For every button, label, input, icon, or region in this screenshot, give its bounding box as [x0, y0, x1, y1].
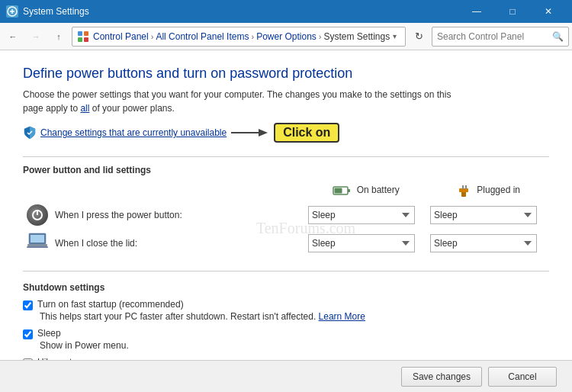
- power-button-section-label: Power button and lid settings: [23, 165, 549, 175]
- svg-marker-6: [259, 129, 268, 137]
- power-table: On battery Plugged in: [23, 185, 549, 257]
- shutdown-section-label: Shutdown settings: [23, 282, 549, 293]
- breadcrumb-current: System Settings: [324, 31, 390, 42]
- lid-label: When I close the lid:: [52, 229, 305, 257]
- svg-rect-20: [27, 246, 48, 248]
- svg-rect-4: [84, 37, 88, 42]
- svg-rect-13: [465, 185, 467, 189]
- fast-startup-row: Turn on fast startup (recommended) This …: [23, 299, 549, 322]
- svg-rect-3: [78, 37, 82, 42]
- lid-plugged-select[interactable]: Sleep Hibernate Shut down Turn off the d…: [430, 234, 537, 252]
- shutdown-divider: [23, 271, 549, 272]
- search-bar: 🔍: [432, 27, 569, 47]
- close-button[interactable]: ✕: [531, 0, 566, 23]
- page-description: Choose the power settings that you want …: [23, 88, 549, 115]
- addressbar: ← → ↑ Control Panel › All Control Panel …: [0, 23, 572, 50]
- power-button-battery-cell: Sleep Hibernate Shut down Turn off the d…: [305, 201, 427, 229]
- sleep-row: Sleep Show in Power menu.: [23, 328, 549, 351]
- control-panel-icon: [77, 31, 89, 43]
- lid-battery-cell: Sleep Hibernate Shut down Turn off the d…: [305, 229, 427, 257]
- page-title: Define power buttons and turn on passwor…: [23, 66, 549, 82]
- sleep-label[interactable]: Sleep: [23, 328, 549, 339]
- search-input[interactable]: [437, 31, 552, 42]
- fast-startup-label[interactable]: Turn on fast startup (recommended): [23, 299, 549, 310]
- back-button[interactable]: ←: [3, 27, 23, 47]
- fast-startup-checkbox[interactable]: [23, 300, 33, 310]
- lid-plugged-cell: Sleep Hibernate Shut down Turn off the d…: [427, 229, 549, 257]
- maximize-button[interactable]: □: [495, 0, 530, 23]
- titlebar: System Settings — □ ✕: [0, 0, 572, 23]
- lid-icon-cell: [23, 229, 52, 257]
- plugin-icon: [456, 185, 471, 197]
- svg-rect-16: [37, 210, 38, 215]
- refresh-button[interactable]: ↻: [409, 27, 429, 47]
- power-button-plugged-cell: Sleep Hibernate Shut down Turn off the d…: [427, 201, 549, 229]
- titlebar-title: System Settings: [23, 6, 459, 17]
- breadcrumb-control-panel[interactable]: Control Panel: [93, 31, 149, 42]
- svg-rect-8: [348, 189, 350, 192]
- bottom-bar: Save changes Cancel: [0, 360, 572, 392]
- breadcrumb-dropdown-icon[interactable]: ▾: [393, 32, 397, 40]
- sleep-sub: Show in Power menu.: [40, 340, 549, 351]
- svg-rect-2: [84, 31, 88, 36]
- breadcrumb-power-options[interactable]: Power Options: [256, 31, 317, 42]
- titlebar-controls: — □ ✕: [459, 0, 566, 23]
- table-row: When I close the lid: Sleep Hibernate Sh…: [23, 229, 549, 257]
- arrow-icon: [230, 125, 268, 140]
- change-settings-row: Change settings that are currently unava…: [23, 123, 549, 143]
- pluggedin-column-header: Plugged in: [427, 185, 549, 201]
- content-area: TenForums.com Define power buttons and t…: [0, 50, 572, 392]
- all-link[interactable]: all: [80, 103, 89, 114]
- svg-rect-18: [31, 235, 44, 243]
- battery-column-header: On battery: [305, 185, 427, 201]
- battery-icon: [333, 185, 351, 197]
- breadcrumb-all-items[interactable]: All Control Panel Items: [156, 31, 249, 42]
- power-button-icon: [27, 204, 48, 226]
- change-settings-link[interactable]: Change settings that are currently unava…: [40, 127, 227, 138]
- lid-icon: [26, 232, 49, 252]
- lid-battery-select[interactable]: Sleep Hibernate Shut down Turn off the d…: [308, 234, 415, 252]
- minimize-button[interactable]: —: [459, 0, 494, 23]
- learn-more-link[interactable]: Learn More: [319, 311, 365, 322]
- up-button[interactable]: ↑: [49, 27, 69, 47]
- cancel-button[interactable]: Cancel: [488, 367, 557, 387]
- click-on-badge: Click on: [274, 123, 339, 143]
- svg-rect-19: [27, 244, 47, 246]
- power-button-icon-cell: [23, 201, 52, 229]
- table-row: When I press the power button: Sleep Hib…: [23, 201, 549, 229]
- shield-icon: [23, 126, 37, 140]
- power-button-plugged-select[interactable]: Sleep Hibernate Shut down Turn off the d…: [430, 206, 537, 224]
- svg-rect-12: [462, 185, 464, 189]
- svg-rect-9: [335, 188, 342, 194]
- sleep-checkbox[interactable]: [23, 329, 33, 339]
- titlebar-icon: [6, 5, 18, 18]
- save-changes-button[interactable]: Save changes: [401, 367, 482, 387]
- power-button-battery-select[interactable]: Sleep Hibernate Shut down Turn off the d…: [308, 206, 415, 224]
- fast-startup-sub: This helps start your PC faster after sh…: [40, 311, 549, 322]
- section-divider: [23, 156, 549, 157]
- breadcrumb: Control Panel › All Control Panel Items …: [72, 27, 406, 47]
- forward-button[interactable]: →: [26, 27, 46, 47]
- svg-rect-1: [78, 31, 82, 36]
- search-icon[interactable]: 🔍: [552, 31, 564, 42]
- power-button-label: When I press the power button:: [52, 201, 305, 229]
